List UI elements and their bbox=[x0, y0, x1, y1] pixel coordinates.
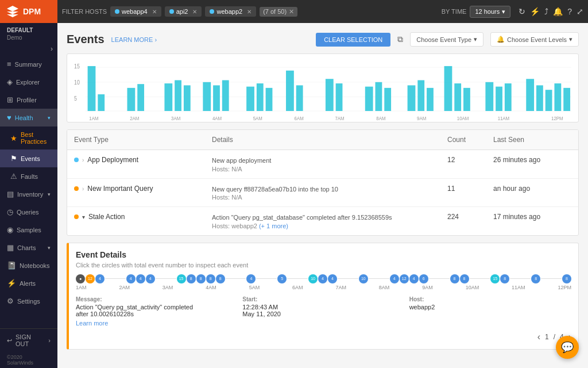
sign-out-button[interactable]: ↩ SIGN OUT › bbox=[0, 328, 57, 352]
timeline-labels: 1AM 2AM 3AM 4AM 5AM 6AM 7AM 8AM 9AM 10AM… bbox=[76, 285, 571, 290]
timeline-dot[interactable]: 8 bbox=[196, 274, 206, 283]
header-last-seen: Last Seen bbox=[486, 130, 578, 150]
timeline-dot[interactable]: 8 bbox=[460, 274, 469, 283]
timeline-line bbox=[226, 278, 246, 279]
sidebar-item-notebooks[interactable]: 📓 Notebooks bbox=[0, 256, 57, 274]
sidebar-item-events[interactable]: ⚑ Events bbox=[0, 150, 57, 167]
learn-more-link[interactable]: LEARN MORE › bbox=[111, 36, 157, 43]
expand-chevron-1[interactable]: › bbox=[82, 157, 84, 163]
sidebar-item-explorer[interactable]: ◈ Explorer bbox=[0, 73, 57, 91]
activity-icon[interactable]: ⚡ bbox=[530, 7, 540, 16]
event-name-3: Stale Action bbox=[88, 213, 125, 221]
share-icon[interactable]: ⤴ bbox=[544, 7, 548, 16]
svg-rect-35 bbox=[505, 83, 512, 111]
timeline-dot[interactable]: 8 bbox=[562, 274, 571, 283]
timeline-dot[interactable]: 8 bbox=[531, 274, 540, 283]
timeline-dot[interactable]: 8 bbox=[187, 274, 196, 283]
start-label: Start: bbox=[242, 296, 404, 302]
timeline-dot[interactable]: 5 bbox=[277, 274, 287, 283]
host-tab-webapp2[interactable]: webapp2 ✕ bbox=[205, 6, 256, 17]
tl-1am: 1AM bbox=[76, 285, 87, 290]
settings-icon: ⚙ bbox=[7, 297, 14, 305]
prev-page-button[interactable]: ‹ bbox=[537, 332, 540, 342]
timeline-line bbox=[541, 278, 562, 279]
header-details: Details bbox=[205, 130, 440, 150]
svg-rect-33 bbox=[485, 82, 493, 111]
tl-12pm: 12PM bbox=[558, 285, 571, 290]
close-hosts-icon[interactable]: ✕ bbox=[289, 8, 294, 16]
sidebar-collapse-icon[interactable]: › bbox=[51, 45, 53, 53]
sidebar-item-best-practices[interactable]: ★ Best Practices bbox=[0, 126, 57, 150]
sidebar-item-samples[interactable]: ◉ Samples bbox=[0, 221, 57, 239]
host-tab-webapp4[interactable]: webapp4 ✕ bbox=[110, 6, 161, 17]
workspace-name: DEFAULT bbox=[7, 26, 51, 34]
host-tab-api2[interactable]: api2 ✕ bbox=[165, 6, 202, 17]
expand-chevron-3[interactable]: ▾ bbox=[82, 214, 85, 220]
sidebar-item-charts[interactable]: ▦ Charts ▾ bbox=[0, 239, 57, 256]
timeline-dot[interactable]: 8 bbox=[500, 274, 509, 283]
svg-rect-12 bbox=[175, 80, 181, 111]
svg-text:5: 5 bbox=[74, 95, 77, 102]
timeline-dot[interactable]: 6 bbox=[419, 274, 428, 283]
timeline-dot[interactable]: 4 bbox=[328, 274, 337, 283]
best-practices-label: Best Practices bbox=[21, 131, 51, 145]
event-type-chevron-icon: ▾ bbox=[474, 36, 477, 43]
timeline-dot[interactable]: 4 bbox=[136, 274, 145, 283]
timeline-dot[interactable]: 4 bbox=[246, 274, 256, 283]
close-webapp2-icon[interactable]: ✕ bbox=[247, 9, 252, 15]
timeline-dot[interactable]: 4 bbox=[409, 274, 419, 283]
svg-rect-30 bbox=[444, 66, 452, 111]
faults-label: Faults bbox=[21, 173, 38, 180]
sidebar-expand-icon[interactable]: › bbox=[48, 337, 51, 344]
sidebar-item-queries[interactable]: ◷ Queries bbox=[0, 203, 57, 221]
close-webapp4-icon[interactable]: ✕ bbox=[152, 9, 157, 15]
sidebar-item-alerts[interactable]: ⚡ Alerts bbox=[0, 274, 57, 292]
svg-rect-29 bbox=[427, 88, 434, 111]
close-api2-icon[interactable]: ✕ bbox=[192, 9, 197, 15]
event-learn-more-link[interactable]: Learn more bbox=[76, 320, 108, 327]
message-label: Message: bbox=[76, 296, 238, 302]
detail-text-3: Action "Query pg_stat_database" complete… bbox=[212, 213, 434, 223]
chat-bubble-button[interactable]: 💬 bbox=[556, 336, 579, 359]
explorer-label: Explorer bbox=[16, 79, 40, 86]
faults-icon: ⚠ bbox=[10, 172, 17, 181]
bar-chart-svg: 15 10 5 bbox=[74, 61, 571, 122]
sidebar-item-health[interactable]: ♥ Health ▾ bbox=[0, 109, 57, 126]
choose-event-type-dropdown[interactable]: Choose Event Type ▾ bbox=[410, 32, 483, 47]
clear-selection-button[interactable]: CLEAR SELECTION bbox=[316, 33, 390, 47]
timeline-dot[interactable]: 4 bbox=[390, 274, 399, 283]
host-name-webapp4: webapp4 bbox=[122, 8, 148, 15]
timeline-dot[interactable]: ● bbox=[76, 274, 85, 283]
timeline-dot[interactable]: 8 bbox=[216, 274, 225, 283]
more-hosts-link[interactable]: (+ 1 more) bbox=[259, 223, 288, 229]
timeline-dot[interactable]: 12 bbox=[400, 274, 409, 283]
help-icon[interactable]: ? bbox=[567, 7, 572, 16]
timeline-dot[interactable]: 10 bbox=[308, 274, 318, 283]
current-page: 1 bbox=[545, 333, 549, 341]
expand-chevron-2[interactable]: › bbox=[82, 186, 84, 192]
choose-event-levels-dropdown[interactable]: 🔔 Choose Event Levels ▾ bbox=[490, 32, 579, 47]
timeline-dot[interactable]: 15 bbox=[177, 274, 186, 283]
notebooks-label: Notebooks bbox=[20, 262, 50, 269]
sidebar-item-settings[interactable]: ⚙ Settings bbox=[0, 292, 57, 310]
timeline-dot[interactable]: 8 bbox=[450, 274, 459, 283]
filter-sliders-icon[interactable]: ⧉ bbox=[397, 34, 403, 44]
timeline-dot[interactable]: 4 bbox=[95, 274, 105, 283]
detail-cell-2: New query ff88728a5ea07b10 into the top … bbox=[205, 179, 440, 207]
timeline-dot[interactable]: 12 bbox=[86, 274, 95, 283]
fullscreen-icon[interactable]: ⤢ bbox=[577, 7, 583, 16]
notifications-icon[interactable]: 🔔 bbox=[553, 7, 563, 16]
timeline-dot[interactable]: 4 bbox=[126, 274, 136, 283]
refresh-icon[interactable]: ↻ bbox=[519, 7, 525, 16]
time-selector[interactable]: 12 hours ▾ bbox=[470, 6, 510, 18]
sidebar-item-inventory[interactable]: ▤ Inventory ▾ bbox=[0, 185, 57, 203]
timeline-dot[interactable]: 4 bbox=[318, 274, 327, 283]
timeline-dot[interactable]: 10 bbox=[359, 274, 368, 283]
sidebar-item-faults[interactable]: ⚠ Faults bbox=[0, 167, 57, 185]
timeline-dot[interactable]: 4 bbox=[146, 274, 155, 283]
sidebar-item-profiler[interactable]: ⊞ Profiler bbox=[0, 91, 57, 109]
topbar: FILTER HOSTS webapp4 ✕ api2 ✕ webapp2 ✕ … bbox=[57, 0, 588, 23]
timeline-dot[interactable]: 15 bbox=[490, 274, 500, 283]
sidebar-item-summary[interactable]: ≡ Summary bbox=[0, 55, 57, 73]
timeline-dot[interactable]: 8 bbox=[206, 274, 215, 283]
